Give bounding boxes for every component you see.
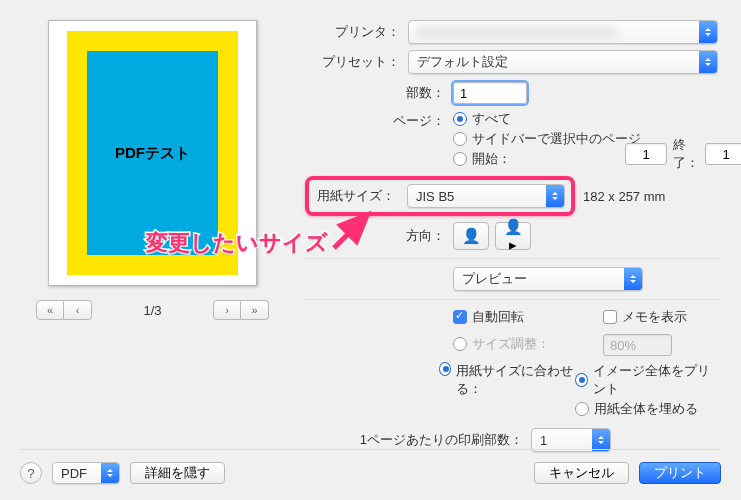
page-indicator: 1/3 bbox=[143, 303, 161, 318]
copies-label: 部数： bbox=[305, 84, 445, 102]
fill-paper-radio[interactable] bbox=[575, 402, 589, 416]
paper-size-dims: 182 x 257 mm bbox=[583, 189, 665, 204]
printer-label: プリンタ： bbox=[305, 23, 400, 41]
paper-size-label: 用紙サイズ： bbox=[315, 187, 395, 205]
orientation-landscape-button[interactable]: 👤▸ bbox=[495, 222, 531, 250]
fill-paper-label: 用紙全体を埋める bbox=[594, 400, 698, 418]
annotation-text: 変更したいサイズ bbox=[146, 228, 328, 258]
orientation-portrait-button[interactable]: 👤 bbox=[453, 222, 489, 250]
paper-size-value: JIS B5 bbox=[416, 189, 454, 204]
preview-doc-text: PDFテスト bbox=[115, 144, 190, 163]
print-image-label: イメージ全体をプリント bbox=[593, 362, 721, 398]
auto-rotate-label: 自動回転 bbox=[472, 308, 524, 326]
show-notes-checkbox[interactable] bbox=[603, 310, 617, 324]
pages-all-radio[interactable] bbox=[453, 112, 467, 126]
pages-sidebar-radio[interactable] bbox=[453, 132, 467, 146]
paper-size-select[interactable]: JIS B5 bbox=[407, 184, 565, 208]
preset-value: デフォルト設定 bbox=[417, 53, 508, 71]
page-prev-button[interactable]: ‹ bbox=[64, 300, 92, 320]
chevron-updown-icon bbox=[592, 429, 610, 451]
cancel-button[interactable]: キャンセル bbox=[534, 462, 629, 484]
page-next-button[interactable]: › bbox=[213, 300, 241, 320]
chevron-updown-icon bbox=[699, 21, 717, 43]
pages-from-input[interactable] bbox=[625, 143, 667, 165]
copies-per-page-value: 1 bbox=[540, 433, 547, 448]
fit-to-paper-radio[interactable] bbox=[439, 362, 451, 376]
show-notes-label: メモを表示 bbox=[622, 308, 687, 326]
preset-label: プリセット： bbox=[305, 53, 400, 71]
print-image-radio[interactable] bbox=[575, 373, 588, 387]
person-landscape-icon: 👤▸ bbox=[502, 218, 524, 254]
paper-size-highlight: 用紙サイズ： JIS B5 bbox=[305, 176, 575, 216]
pages-to-input[interactable] bbox=[705, 143, 741, 165]
print-button[interactable]: プリント bbox=[639, 462, 721, 484]
pdf-menu[interactable]: PDF bbox=[52, 462, 120, 484]
pages-label: ページ： bbox=[305, 110, 445, 130]
fit-to-paper-label: 用紙サイズに合わせる： bbox=[456, 362, 574, 398]
printer-value-redacted bbox=[417, 25, 617, 39]
pages-range-radio[interactable] bbox=[453, 152, 467, 166]
chevron-updown-icon bbox=[546, 185, 564, 207]
printer-select[interactable] bbox=[408, 20, 718, 44]
pages-to-label: 終了： bbox=[673, 136, 699, 172]
copies-input[interactable] bbox=[453, 82, 527, 104]
page-last-button[interactable]: » bbox=[241, 300, 269, 320]
pdf-menu-label: PDF bbox=[61, 466, 87, 481]
auto-rotate-checkbox[interactable] bbox=[453, 310, 467, 324]
copies-per-page-label: 1ページあたりの印刷部数： bbox=[305, 431, 523, 449]
hide-details-button[interactable]: 詳細を隠す bbox=[130, 462, 225, 484]
footer-bar: ? PDF 詳細を隠す キャンセル プリント bbox=[20, 449, 721, 484]
pages-all-label: すべて bbox=[472, 110, 511, 128]
help-icon: ? bbox=[27, 466, 34, 481]
section-value: プレビュー bbox=[462, 270, 527, 288]
page-first-button[interactable]: « bbox=[36, 300, 64, 320]
preset-select[interactable]: デフォルト設定 bbox=[408, 50, 718, 74]
chevron-updown-icon bbox=[699, 51, 717, 73]
pages-range-label: 開始： bbox=[472, 150, 511, 168]
size-adjust-radio[interactable] bbox=[453, 337, 467, 351]
chevron-down-icon bbox=[101, 463, 119, 483]
section-select[interactable]: プレビュー bbox=[453, 267, 643, 291]
size-adjust-input bbox=[603, 334, 672, 356]
chevron-updown-icon bbox=[624, 268, 642, 290]
help-button[interactable]: ? bbox=[20, 462, 42, 484]
preview-column: PDFテスト « ‹ 1/3 › » 変更したいサイズ bbox=[20, 20, 285, 458]
person-portrait-icon: 👤 bbox=[462, 227, 481, 245]
size-adjust-label: サイズ調整： bbox=[472, 335, 550, 353]
pages-sidebar-label: サイドバーで選択中のページ bbox=[472, 130, 641, 148]
